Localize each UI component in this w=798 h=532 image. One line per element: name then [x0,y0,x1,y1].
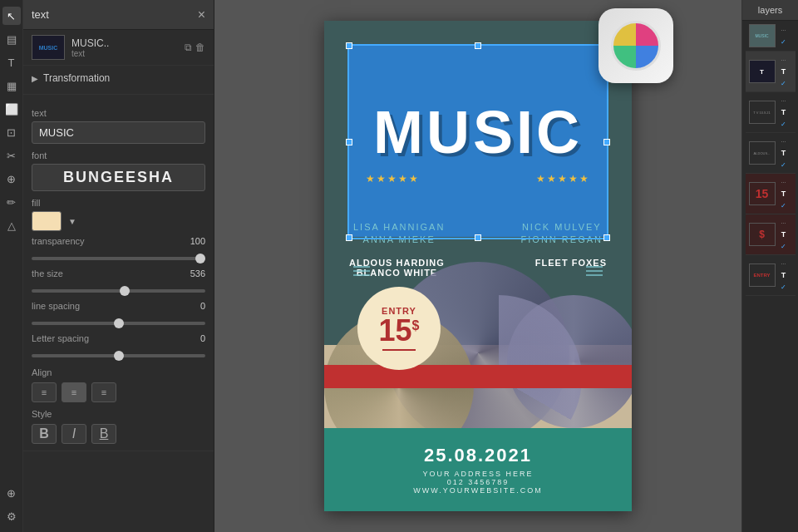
poster-red-band [324,365,632,388]
layer-more-icon-5[interactable]: ··· [778,177,790,187]
tool-select[interactable]: ↖ [2,7,21,25]
letter-spacing-slider[interactable] [32,354,205,357]
entry-currency: $ [412,318,420,332]
font-label: font [32,150,205,160]
tool-crop[interactable]: ⊡ [2,123,21,141]
letter-spacing-slider-container [32,346,205,361]
layer-mini-actions-3: ··· T ✓ [778,96,790,129]
layer-mini-thumb-2: T [749,60,776,83]
footer-phone: 012 3456789 [447,478,510,486]
tool-scissors[interactable]: ✂ [2,146,21,165]
entry-price-number: 15 [379,313,412,347]
size-label: the size [32,268,63,278]
text-section: text font BUNGEESHA fill ▼ transparency … [23,95,214,451]
layer-check-icon-2[interactable]: ✓ [778,78,790,88]
layer-type: text [71,49,178,58]
tool-shape[interactable]: △ [2,216,21,234]
stars-right: ★★★★★ [536,173,590,185]
panel-header: text × [23,0,214,30]
layer-mini-actions-7: ··· T ✓ [778,259,790,292]
line-spacing-slider[interactable] [32,322,205,325]
duplicate-icon[interactable]: ⧉ [185,42,192,53]
style-italic-button[interactable]: I [62,424,86,444]
layer-mini-thumb-7: ENTRY [749,264,776,287]
align-row: ≡ ≡ ≡ [32,382,205,402]
layer-check-icon-4[interactable]: ✓ [778,160,790,170]
tool-pattern[interactable]: ▦ [2,76,21,95]
layer-t-icon-7[interactable]: T [778,270,790,280]
layer-item-5[interactable]: 15 ··· T ✓ [746,174,796,214]
layer-t-icon-3[interactable]: T [778,107,790,117]
layer-mini-actions-5: ··· T ✓ [778,177,790,210]
layer-more-icon-2[interactable]: ··· [778,55,790,65]
align-right-button[interactable]: ≡ [91,382,116,402]
layer-check-icon[interactable]: ✓ [778,37,790,47]
letter-spacing-value: 0 [200,333,205,343]
style-underline-button[interactable]: B [91,424,116,444]
active-layer-item[interactable]: MUSIC MUSIC.. text ⧉ 🗑 [23,30,214,66]
layer-item-4[interactable]: ALDOUS... ··· T ✓ [746,133,796,174]
layer-t-icon-4[interactable]: T [778,148,790,158]
transparency-label: transparency [32,236,85,246]
layer-mini-thumb-1: MUSIC [749,24,776,47]
fill-color-swatch[interactable] [32,211,62,231]
layer-mini-thumb-6: $ [749,223,776,246]
tool-layer[interactable]: ▤ [2,30,21,48]
layer-t-icon[interactable]: T [778,66,790,76]
delete-icon[interactable]: 🗑 [195,42,205,53]
font-display[interactable]: BUNGEESHA [32,164,205,191]
layer-check-icon-5[interactable]: ✓ [778,200,790,210]
style-bold-button[interactable]: B [32,424,57,444]
tool-image[interactable]: ⬜ [2,100,21,118]
layer-name: MUSIC.. [71,37,178,49]
fill-dropdown-icon[interactable]: ▼ [68,217,76,226]
align-left-button[interactable]: ≡ [32,382,57,402]
tool-brush[interactable]: ✏ [2,193,21,211]
layer-more-icon-6[interactable]: ··· [778,218,790,228]
style-row: B I B [32,424,205,444]
transparency-slider[interactable] [32,257,205,260]
close-icon[interactable]: × [198,7,205,22]
align-center-button[interactable]: ≡ [62,382,86,402]
layer-item-2[interactable]: T ··· T ✓ [746,52,796,92]
layer-more-icon-7[interactable]: ··· [778,259,790,268]
letter-spacing-row: Letter spacing 0 [32,333,205,343]
text-input[interactable] [32,121,205,144]
layer-t-icon-6[interactable]: T [778,229,790,239]
poster[interactable]: MUSIC ★★★★★ ★★★★★ LISA HANNIGAN ANNA MIE… [324,21,632,511]
tool-settings[interactable]: ⚙ [2,507,21,525]
layer-check-icon-6[interactable]: ✓ [778,241,790,251]
layer-info: MUSIC.. text [71,37,178,58]
layer-item-1[interactable]: MUSIC ··· ✓ [746,21,796,52]
fill-label: fill [32,198,205,208]
line-spacing-value: 0 [200,301,205,311]
text-field-label: text [32,108,205,118]
layers-panel-header: layers [742,0,798,21]
stars-left: ★★★★★ [366,173,420,185]
layer-check-icon-7[interactable]: ✓ [778,282,790,292]
tool-text[interactable]: T [2,53,21,71]
layer-check-icon-3[interactable]: ✓ [778,119,790,129]
layer-mini-actions-1: ··· ✓ [778,25,790,47]
layer-item-7[interactable]: ENTRY ··· T ✓ [746,255,796,296]
poster-blue-box: MUSIC ★★★★★ ★★★★★ [349,46,607,237]
layer-thumbnail: MUSIC [32,35,65,60]
style-label: Style [32,409,205,419]
letter-spacing-label: Letter spacing [32,333,89,343]
app-icon-inner [611,21,661,71]
layer-item-3[interactable]: T V 10.9.21 ··· T ✓ [746,92,796,133]
layer-more-icon-4[interactable]: ··· [778,136,790,146]
layer-mini-actions-4: ··· T ✓ [778,136,790,170]
layer-more-icon-3[interactable]: ··· [778,96,790,106]
layer-actions: ⧉ 🗑 [185,42,205,53]
layer-more-icon[interactable]: ··· [778,25,790,35]
tool-globe[interactable]: ⊕ [2,484,21,502]
transformation-section: ▶ Transformation [23,66,214,95]
layer-item-6[interactable]: $ ··· T ✓ [746,214,796,255]
size-slider[interactable] [32,289,205,293]
tool-adjust[interactable]: ⊕ [2,170,21,188]
transformation-header[interactable]: ▶ Transformation [32,72,205,84]
layer-t-icon-5[interactable]: T [778,189,790,199]
size-slider-container [32,281,205,296]
size-row: the size 536 [32,268,205,278]
